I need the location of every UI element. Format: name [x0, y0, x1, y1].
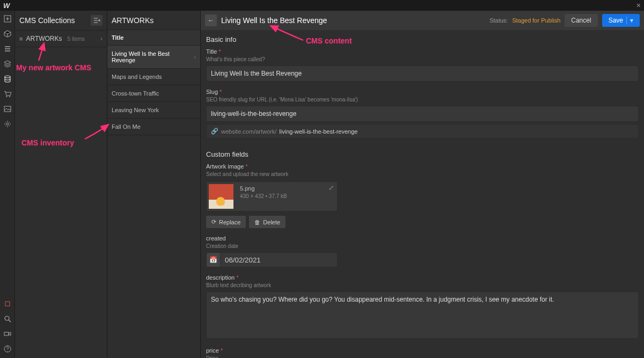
chevron-right-icon: › [100, 35, 103, 42]
items-header-cell: Title [107, 30, 200, 46]
add-icon[interactable] [3, 14, 12, 24]
expand-icon[interactable]: ⤢ [328, 184, 334, 192]
search-icon[interactable] [3, 314, 12, 324]
replace-button[interactable]: ⟳Replace [206, 216, 246, 228]
cube-icon[interactable] [3, 29, 12, 39]
close-icon[interactable]: × [636, 1, 641, 10]
help-icon[interactable] [3, 344, 12, 354]
section-basic-info: Basic info [206, 30, 639, 48]
items-title: ARTWORKs [107, 11, 200, 30]
image-sub: Select and upload the new artwork [206, 171, 639, 177]
svg-point-1 [5, 76, 10, 78]
detail-panel: ← Living Well Is the Best Revenge Status… [201, 11, 644, 358]
svg-rect-6 [5, 302, 10, 306]
cart-icon[interactable] [3, 89, 12, 99]
image-filename: 5.png [240, 185, 287, 192]
chevron-down-icon[interactable]: ▾ [626, 17, 633, 24]
svg-point-5 [6, 123, 9, 125]
collections-panel: CMS Collections ≡ ARTWORKs 5 items › [15, 11, 107, 358]
description-label: description * [206, 274, 239, 281]
description-textarea[interactable] [206, 291, 639, 339]
refresh-icon: ⟳ [211, 218, 216, 225]
price-sub: Price [206, 355, 639, 358]
image-thumbnail [209, 184, 233, 209]
layers-icon[interactable] [3, 59, 12, 69]
list-item[interactable]: Fall On Me [107, 119, 200, 135]
slug-sub: SEO friendly slug for URL (i.e. 'Mona Li… [206, 97, 639, 103]
image-meta: 430 × 432 • 37.7 kB [240, 193, 287, 199]
trash-icon: 🗑 [254, 219, 260, 225]
collections-title: CMS Collections [19, 16, 75, 25]
left-rail [0, 11, 15, 358]
drag-icon: ≡ [19, 35, 23, 42]
url-preview: 🔗 website.com/artwork/living-well-is-the… [206, 124, 639, 138]
section-custom-fields: Custom fields [206, 145, 639, 163]
svg-point-7 [5, 316, 9, 320]
page-title: Living Well Is the Best Revenge [221, 16, 327, 25]
svg-point-2 [6, 96, 7, 97]
collection-count: 5 items [68, 36, 85, 42]
list-icon[interactable] [3, 44, 12, 54]
save-button[interactable]: Save ▾ [602, 14, 640, 27]
items-panel: ARTWORKs Title Living Well Is the Best R… [107, 11, 201, 358]
gear-icon[interactable] [3, 119, 12, 129]
status-label: Status: [489, 17, 508, 24]
slug-input[interactable] [206, 106, 639, 122]
image-card[interactable]: 5.png 430 × 432 • 37.7 kB ⤢ [206, 181, 338, 211]
list-item[interactable]: Maps and Legends [107, 69, 200, 85]
collection-item[interactable]: ≡ ARTWORKs 5 items › [15, 30, 107, 47]
calendar-icon[interactable]: 📅 [206, 252, 220, 267]
database-icon[interactable] [3, 74, 12, 84]
title-label: Title * [206, 48, 221, 55]
description-sub: Blurb text decribing artwork [206, 282, 639, 288]
list-item[interactable]: Cross-town Traffic [107, 85, 200, 102]
collection-name: ARTWORKs [26, 35, 62, 42]
video-icon[interactable] [3, 329, 12, 339]
svg-rect-4 [4, 106, 11, 112]
image-icon[interactable] [3, 104, 12, 114]
price-label: price * [206, 347, 223, 354]
list-item[interactable]: Living Well Is the Best Revenge › [107, 46, 200, 69]
title-input[interactable] [206, 65, 639, 82]
add-collection-button[interactable] [91, 15, 103, 26]
slug-label: Slug * [206, 89, 222, 95]
image-label: Artwork image * [206, 163, 248, 170]
status-badge: Staged for Publish [512, 17, 560, 24]
chevron-right-icon: › [194, 54, 196, 60]
svg-rect-8 [4, 332, 9, 335]
target-icon[interactable] [3, 299, 12, 309]
back-button[interactable]: ← [205, 14, 217, 26]
created-input[interactable] [220, 252, 338, 267]
svg-point-3 [9, 96, 10, 97]
delete-button[interactable]: 🗑Delete [249, 216, 286, 228]
created-label: created [206, 235, 226, 242]
webflow-logo: W [3, 2, 10, 10]
title-sub: What's this piece called? [206, 56, 639, 62]
list-item[interactable]: Leaving New York [107, 102, 200, 119]
link-icon: 🔗 [211, 128, 218, 135]
cancel-button[interactable]: Cancel [565, 14, 597, 27]
created-sub: Creation date [206, 243, 639, 249]
